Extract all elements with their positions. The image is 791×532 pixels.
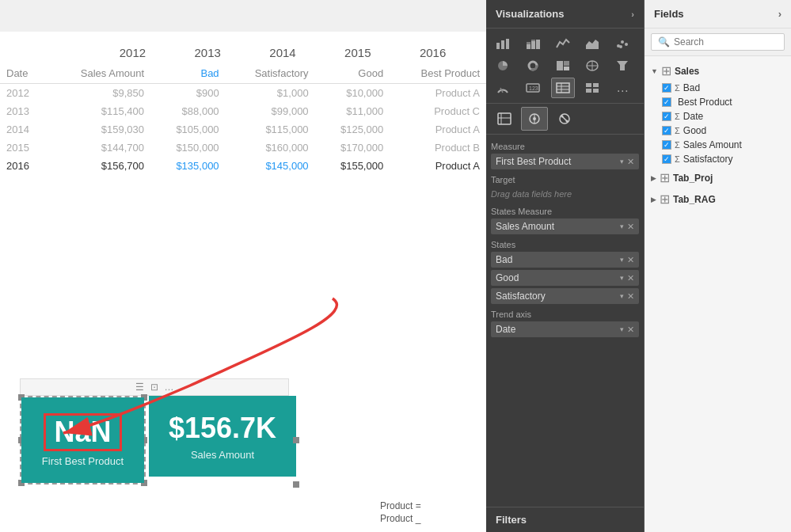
format-btn[interactable] — [491, 107, 518, 131]
viz-map-btn[interactable] — [580, 55, 604, 76]
state-satisfactory-row[interactable]: Satisfactory ▾ ✕ — [491, 288, 639, 304]
cell-product: Product A — [390, 84, 486, 103]
filter-pane-btn[interactable] — [551, 107, 578, 131]
viz-bar-btn[interactable] — [521, 33, 545, 54]
date-checkbox[interactable] — [662, 112, 671, 121]
fields-tree: ▼ ⊞ Sales Σ Bad Best Product Σ Date — [645, 56, 791, 532]
viz-treemap-btn[interactable] — [551, 55, 575, 76]
viz-stacked-bar-btn[interactable] — [491, 33, 515, 54]
viz-matrix-btn[interactable] — [580, 78, 604, 98]
state-satisfactory-dropdown[interactable]: ▾ — [620, 292, 624, 300]
states-measure-remove[interactable]: ✕ — [627, 222, 634, 232]
viz-gauge-btn[interactable] — [491, 78, 515, 98]
svg-rect-5 — [527, 42, 531, 44]
field-good[interactable]: Σ Good — [645, 124, 791, 138]
table-row: 2016 $156,700 $135,000 $145,000 $155,000… — [0, 157, 486, 175]
year-2015: 2015 — [320, 46, 395, 59]
sales-amount-checkbox[interactable] — [662, 140, 671, 150]
kpi-card-2[interactable]: $156.7K Sales Amount — [149, 396, 296, 477]
cell-product: Product B — [390, 139, 486, 157]
field-sales-amount[interactable]: Σ Sales Amount — [645, 138, 791, 152]
resize-handle-mr2[interactable] — [293, 437, 299, 443]
measure-dropdown-icon[interactable]: ▾ — [620, 158, 624, 165]
cell-date: 2013 — [0, 102, 48, 120]
best-product-checkbox[interactable] — [662, 97, 671, 107]
state-good-text: Good — [496, 272, 617, 283]
cell-sales: $9,850 — [48, 84, 150, 103]
kpi-card-1[interactable]: NaN First Best Product — [21, 397, 144, 483]
good-checkbox[interactable] — [662, 126, 671, 135]
measure-remove-btn[interactable]: ✕ — [627, 157, 634, 167]
viz-area-btn[interactable] — [580, 33, 604, 54]
year-2014: 2014 — [245, 46, 321, 59]
cell-good: $11,000 — [315, 102, 390, 120]
viz-panel-chevron[interactable]: › — [631, 10, 634, 19]
viz-scatter-btn[interactable] — [610, 33, 634, 54]
kpi-card-1-wrapper: NaN First Best Product — [20, 396, 146, 484]
sales-group-label: Sales — [675, 66, 699, 77]
fields-panel-chevron[interactable]: › — [778, 8, 781, 20]
viz-donut-btn[interactable] — [521, 55, 545, 76]
satisfactory-label: Satisfactory — [683, 154, 785, 165]
viz-card-btn[interactable]: 123 — [521, 78, 545, 98]
tree-group-tab-rag-header[interactable]: ▶ ⊞ Tab_RAG — [645, 189, 791, 209]
cell-date: 2014 — [0, 120, 48, 139]
state-good-remove[interactable]: ✕ — [627, 273, 634, 283]
cell-date: 2015 — [0, 139, 48, 157]
trend-axis-remove[interactable]: ✕ — [627, 325, 634, 335]
kpi-1-label: First Best Product — [41, 455, 124, 467]
trend-axis-dropdown[interactable]: ▾ — [620, 325, 624, 333]
more-options-icon[interactable]: … — [165, 382, 174, 393]
viz-table-btn[interactable] — [551, 78, 575, 98]
viz-pie-btn[interactable] — [491, 55, 515, 76]
cell-good: $170,000 — [315, 139, 390, 157]
resize-handle-br2[interactable] — [293, 481, 299, 488]
svg-text:123: 123 — [529, 86, 538, 91]
svg-marker-22 — [617, 61, 628, 70]
analytics-btn[interactable] — [521, 107, 548, 131]
col-good: Good — [315, 63, 390, 84]
states-measure-row[interactable]: Sales Amount ▾ ✕ — [491, 218, 639, 234]
viz-line-btn[interactable] — [551, 33, 575, 54]
trend-axis-row[interactable]: Date ▾ ✕ — [491, 321, 639, 337]
bad-sigma-icon: Σ — [675, 83, 680, 93]
field-bad[interactable]: Σ Bad — [645, 81, 791, 95]
col-bad: Bad — [150, 63, 226, 84]
search-input[interactable] — [674, 36, 778, 48]
cell-product: Product A — [390, 157, 486, 175]
field-date[interactable]: Σ Date — [645, 109, 791, 124]
state-satisfactory-text: Satisfactory — [496, 291, 617, 302]
cell-sales: $115,400 — [48, 102, 150, 120]
svg-marker-9 — [586, 40, 599, 49]
filters-label: Filters — [496, 514, 527, 526]
cell-bad: $900 — [150, 84, 226, 103]
measure-value-row[interactable]: First Best Product ▾ ✕ — [491, 154, 639, 169]
bad-checkbox[interactable] — [662, 83, 671, 93]
viz-funnel-btn[interactable] — [610, 55, 634, 76]
main-canvas: 2012 2013 2014 2015 2016 Date Sales Amou… — [0, 0, 486, 532]
state-good-row[interactable]: Good ▾ ✕ — [491, 270, 639, 286]
trend-axis-section: Trend axis Date ▾ ✕ — [491, 307, 639, 337]
resize-icon: ⊡ — [150, 382, 158, 393]
svg-rect-33 — [593, 89, 599, 93]
state-bad-dropdown[interactable]: ▾ — [620, 256, 624, 264]
viz-more-btn[interactable]: … — [610, 78, 634, 98]
satisfactory-checkbox[interactable] — [662, 154, 671, 164]
state-good-dropdown[interactable]: ▾ — [620, 274, 624, 282]
state-satisfactory-remove[interactable]: ✕ — [627, 291, 634, 302]
kpi-controls: ☰ ⊡ … — [20, 378, 289, 396]
tree-group-tab-proj-header[interactable]: ▶ ⊞ Tab_Proj — [645, 168, 791, 188]
cell-bad: $88,000 — [150, 102, 226, 120]
tree-group-sales-header[interactable]: ▼ ⊞ Sales — [645, 61, 791, 81]
states-measure-dropdown[interactable]: ▾ — [620, 222, 624, 230]
field-best-product[interactable]: Best Product — [645, 95, 791, 109]
svg-rect-17 — [564, 61, 569, 66]
states-section: States Bad ▾ ✕ Good ▾ ✕ Satisfactory ▾ ✕ — [491, 238, 639, 304]
tree-group-tab-rag: ▶ ⊞ Tab_RAG — [645, 189, 791, 209]
states-measure-text: Sales Amount — [496, 221, 617, 232]
state-bad-row[interactable]: Bad ▾ ✕ — [491, 252, 639, 268]
svg-rect-1 — [496, 43, 500, 49]
field-satisfactory[interactable]: Σ Satisfactory — [645, 152, 791, 166]
svg-rect-4 — [527, 44, 531, 49]
state-bad-remove[interactable]: ✕ — [627, 255, 634, 265]
